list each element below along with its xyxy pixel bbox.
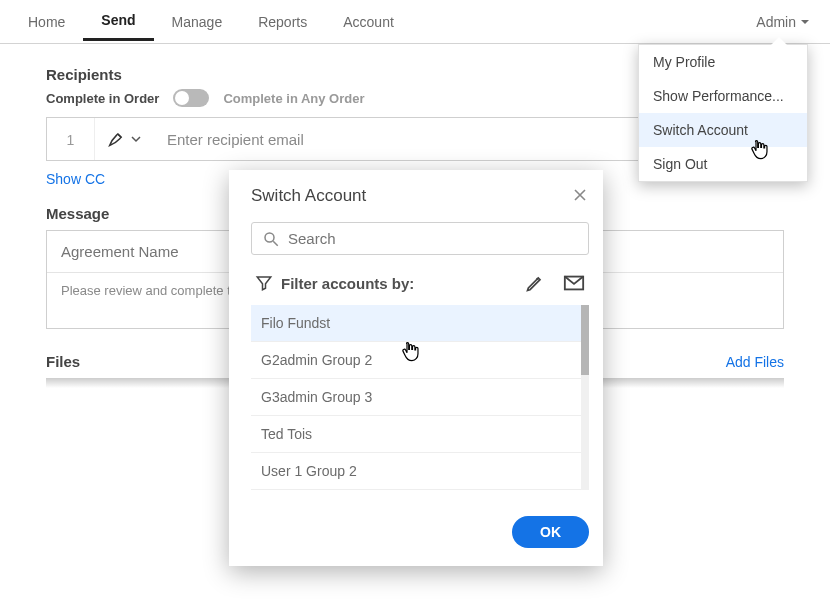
complete-in-order-label: Complete in Order bbox=[46, 91, 159, 106]
chevron-down-icon bbox=[131, 134, 141, 144]
tab-send[interactable]: Send bbox=[83, 2, 153, 41]
files-heading: Files bbox=[46, 353, 80, 370]
tab-home[interactable]: Home bbox=[10, 4, 83, 40]
menu-sign-out[interactable]: Sign Out bbox=[639, 147, 807, 181]
tab-manage[interactable]: Manage bbox=[154, 4, 241, 40]
scrollbar-thumb[interactable] bbox=[581, 305, 589, 375]
switch-account-modal: Switch Account Filter accounts by: Filo … bbox=[229, 170, 603, 566]
chevron-down-icon bbox=[800, 17, 810, 27]
top-nav: Home Send Manage Reports Account Admin bbox=[0, 0, 830, 44]
mail-icon[interactable] bbox=[563, 273, 585, 293]
account-item[interactable]: G2admin Group 2 bbox=[251, 342, 589, 379]
signer-role-selector[interactable] bbox=[95, 129, 159, 149]
admin-menu-trigger[interactable]: Admin bbox=[756, 14, 820, 30]
modal-title: Switch Account bbox=[251, 186, 589, 206]
account-item[interactable]: Ted Tois bbox=[251, 416, 589, 453]
complete-any-order-label: Complete in Any Order bbox=[223, 91, 364, 106]
filter-label: Filter accounts by: bbox=[281, 275, 414, 292]
modal-footer: OK bbox=[251, 516, 589, 548]
recipient-number: 1 bbox=[47, 118, 95, 160]
edit-icon[interactable] bbox=[525, 273, 545, 293]
add-files-link[interactable]: Add Files bbox=[726, 354, 784, 370]
menu-switch-account[interactable]: Switch Account bbox=[639, 113, 807, 147]
account-item[interactable]: User 1 Group 2 bbox=[251, 453, 589, 490]
svg-point-0 bbox=[265, 233, 274, 242]
search-input[interactable] bbox=[280, 229, 578, 248]
admin-dropdown: My Profile Show Performance... Switch Ac… bbox=[638, 44, 808, 182]
tab-account[interactable]: Account bbox=[325, 4, 412, 40]
account-item[interactable]: Filo Fundst bbox=[251, 305, 589, 342]
menu-show-performance[interactable]: Show Performance... bbox=[639, 79, 807, 113]
pen-icon bbox=[107, 129, 127, 149]
modal-close-button[interactable] bbox=[573, 188, 587, 205]
tab-reports[interactable]: Reports bbox=[240, 4, 325, 40]
show-cc-link[interactable]: Show CC bbox=[46, 171, 105, 187]
filter-icon bbox=[255, 274, 273, 292]
search-box[interactable] bbox=[251, 222, 589, 255]
order-toggle[interactable] bbox=[173, 89, 209, 107]
search-icon bbox=[262, 230, 280, 248]
ok-button[interactable]: OK bbox=[512, 516, 589, 548]
toggle-knob bbox=[175, 91, 189, 105]
user-label: Admin bbox=[756, 14, 796, 30]
accounts-list: Filo Fundst G2admin Group 2 G3admin Grou… bbox=[251, 305, 589, 490]
filter-row: Filter accounts by: bbox=[251, 267, 589, 305]
account-item[interactable]: G3admin Group 3 bbox=[251, 379, 589, 416]
close-icon bbox=[573, 188, 587, 202]
svg-line-1 bbox=[273, 241, 278, 246]
menu-my-profile[interactable]: My Profile bbox=[639, 45, 807, 79]
